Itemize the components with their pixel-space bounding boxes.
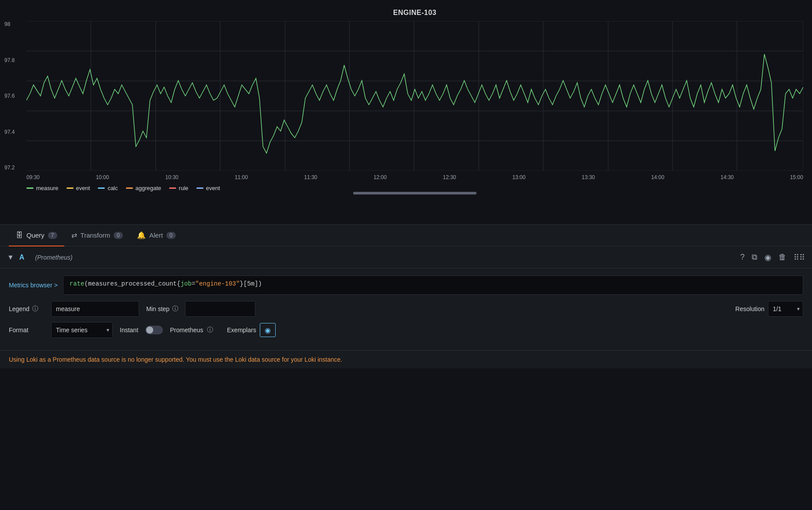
legend-dot-event2: [196, 187, 203, 189]
tab-query[interactable]: 🗄 Query 7: [9, 225, 64, 246]
instant-label-text: Instant: [120, 327, 138, 334]
x-label-1330: 13:30: [582, 174, 595, 180]
legend-event2: event: [196, 185, 220, 191]
y-label-974: 97.4: [4, 129, 15, 135]
metrics-browser-button[interactable]: Metrics browser >: [9, 282, 63, 289]
legend-dot-aggregate: [126, 187, 133, 189]
transform-icon: ⇄: [71, 231, 77, 239]
prometheus-group: Prometheus ⓘ: [170, 326, 213, 334]
x-label-1300: 13:00: [512, 174, 525, 180]
tab-alert-label: Alert: [149, 231, 163, 239]
x-label-1200: 12:00: [373, 174, 387, 180]
chart-container: ENGINE-103 98 97.8 97.6 97.4 97.2: [0, 0, 812, 224]
drag-icon[interactable]: ⠿⠿: [794, 253, 805, 262]
help-icon[interactable]: ?: [740, 253, 745, 262]
x-label-1500: 15:00: [790, 174, 803, 180]
chart-title: ENGINE-103: [26, 9, 803, 17]
query-row-icons: ? ⧉ ◉ 🗑 ⠿⠿: [740, 253, 805, 262]
legend-event1: event: [66, 185, 90, 191]
legend-dot-calc: [98, 187, 105, 189]
alert-bell-icon: 🔔: [137, 231, 146, 239]
exemplars-group: Exemplars ◉: [227, 323, 276, 337]
chart-svg: [26, 21, 803, 171]
legend-row: measure event calc aggregate rule event: [26, 180, 803, 191]
legend-calc: calc: [98, 185, 118, 191]
format-select[interactable]: Time series Table Heatmap: [51, 322, 113, 338]
y-label-98: 98: [4, 21, 15, 27]
query-body: Metrics browser > rate(measures_processe…: [0, 268, 812, 350]
min-step-info-icon[interactable]: ⓘ: [172, 305, 178, 313]
legend-label: Legend ⓘ: [9, 305, 44, 313]
scrollbar-track[interactable]: [353, 192, 476, 194]
format-label: Format: [9, 327, 44, 334]
toggle-thumb: [146, 327, 153, 334]
tab-transform[interactable]: ⇄ Transform 0: [64, 225, 130, 246]
query-db-icon: 🗄: [16, 231, 23, 239]
legend-dot-rule: [169, 187, 176, 189]
y-axis: 98 97.8 97.6 97.4 97.2: [4, 21, 15, 171]
exemplars-label-text: Exemplars: [227, 327, 256, 334]
legend-label-event2: event: [206, 185, 220, 191]
legend-label-measure: measure: [36, 185, 59, 191]
tab-query-badge: 7: [48, 232, 57, 239]
legend-dot-measure: [26, 187, 33, 189]
x-label-1100: 11:00: [235, 174, 248, 180]
legend-label-rule: rule: [179, 185, 188, 191]
collapse-chevron[interactable]: ▼: [7, 253, 14, 261]
exemplars-eye-button[interactable]: ◉: [260, 323, 276, 337]
warning-bar: Using Loki as a Prometheus data source i…: [0, 350, 812, 368]
query-row: ▼ A (Prometheus) ? ⧉ ◉ 🗑 ⠿⠿: [0, 246, 812, 268]
legend-aggregate: aggregate: [126, 185, 162, 191]
x-label-1130: 11:30: [304, 174, 317, 180]
x-label-1430: 14:30: [720, 174, 734, 180]
format-select-wrapper[interactable]: Time series Table Heatmap: [51, 322, 113, 338]
legend-text: Legend: [9, 305, 30, 312]
min-step-group: Min step ⓘ: [146, 301, 255, 317]
tabs-bar: 🗄 Query 7 ⇄ Transform 0 🔔 Alert 0: [0, 224, 812, 246]
warning-text: Using Loki as a Prometheus data source i…: [9, 356, 342, 363]
legend-info-icon[interactable]: ⓘ: [32, 305, 38, 313]
legend-label-calc: calc: [107, 185, 118, 191]
query-source-label: (Prometheus): [35, 254, 73, 261]
query-code-display: rate(measures_processed_count{job="engin…: [70, 280, 262, 287]
min-step-label: Min step ⓘ: [146, 305, 181, 313]
legend-minstep-row: Legend ⓘ Min step ⓘ Resolution 1/1 1/2 1…: [9, 301, 803, 317]
x-label-1230: 12:30: [443, 174, 456, 180]
legend-measure: measure: [26, 185, 59, 191]
eye-toggle-icon[interactable]: ◉: [764, 253, 771, 262]
y-label-976: 97.6: [4, 93, 15, 99]
prometheus-info-icon[interactable]: ⓘ: [207, 326, 213, 334]
instant-toggle[interactable]: [145, 326, 163, 334]
resolution-select-wrapper[interactable]: 1/1 1/2 1/3 1/4: [768, 301, 803, 317]
min-step-input[interactable]: [185, 301, 255, 317]
metrics-browser-row: Metrics browser > rate(measures_processe…: [9, 275, 803, 295]
scrollbar-thumb[interactable]: [353, 192, 476, 194]
tab-transform-badge: 0: [114, 232, 123, 239]
legend-rule: rule: [169, 185, 188, 191]
legend-input[interactable]: [51, 301, 139, 317]
x-axis: 09:30 10:00 10:30 11:00 11:30 12:00 12:3…: [26, 171, 803, 180]
min-step-text: Min step: [146, 305, 170, 312]
resolution-label-text: Resolution: [735, 305, 764, 312]
y-label-972: 97.2: [4, 165, 15, 171]
delete-icon[interactable]: 🗑: [779, 253, 786, 262]
tab-query-label: Query: [26, 231, 44, 239]
x-label-1000: 10:00: [96, 174, 109, 180]
query-id-label: A: [19, 253, 30, 261]
x-label-1400: 14:00: [651, 174, 664, 180]
tab-alert-badge: 0: [166, 232, 176, 239]
y-label-978: 97.8: [4, 57, 15, 63]
format-text: Format: [9, 327, 28, 334]
tab-alert[interactable]: 🔔 Alert 0: [130, 225, 183, 246]
chart-area: 98 97.8 97.6 97.4 97.2: [26, 21, 803, 188]
x-label-0930: 09:30: [26, 174, 40, 180]
prometheus-label-text: Prometheus: [170, 327, 203, 334]
query-input-field[interactable]: rate(measures_processed_count{job="engin…: [63, 275, 803, 295]
x-label-1030: 10:30: [165, 174, 178, 180]
legend-label-aggregate: aggregate: [136, 185, 162, 191]
resolution-select[interactable]: 1/1 1/2 1/3 1/4: [768, 301, 803, 317]
legend-dot-event1: [66, 187, 74, 189]
copy-icon[interactable]: ⧉: [752, 253, 757, 262]
format-group: Time series Table Heatmap: [51, 322, 113, 338]
resolution-group: Resolution 1/1 1/2 1/3 1/4: [735, 301, 803, 317]
